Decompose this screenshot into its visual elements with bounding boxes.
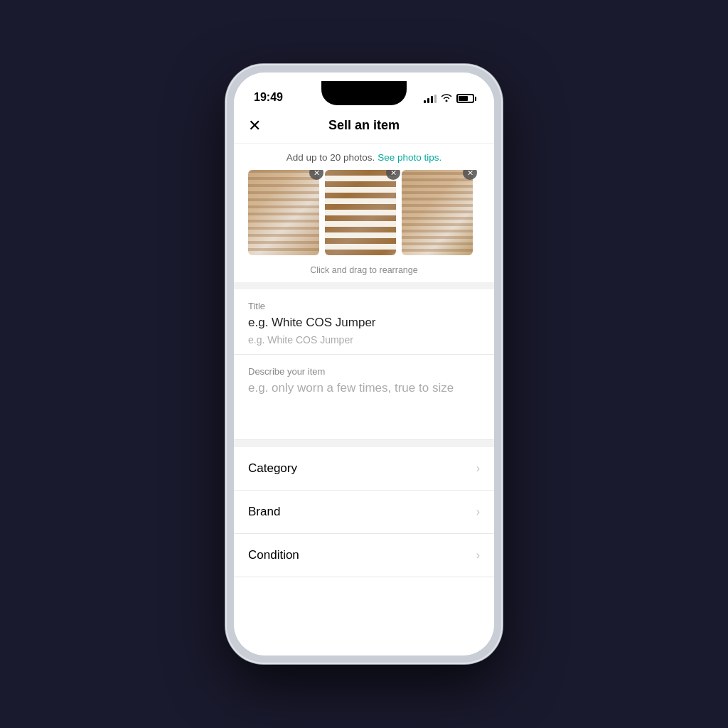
photo-remove-1[interactable]: ✕ [309,170,323,180]
photo-item-1: ✕ [248,170,319,255]
photo-thumbnail-1 [248,170,319,255]
category-label: Category [248,461,297,476]
page-header: ✕ Sell an item [234,108,494,144]
close-button[interactable]: ✕ [248,117,261,135]
phone-frame: 19:49 [225,64,503,664]
photo-item-3: ✕ [402,170,473,255]
wifi-icon [441,93,452,104]
signal-icon [424,95,437,103]
description-placeholder: e.g. only worn a few times, true to size [248,381,454,395]
brand-label: Brand [248,505,280,519]
brand-chevron-icon: › [476,505,480,518]
phone-screen: 19:49 [234,73,494,655]
see-photo-tips-link[interactable]: See photo tips. [378,152,441,163]
photo-remove-3[interactable]: ✕ [463,170,477,180]
condition-row[interactable]: Condition › [234,534,494,577]
category-row[interactable]: Category › [234,447,494,491]
photos-hint-text: Add up to 20 photos. [287,152,375,163]
description-label: Describe your item [248,366,480,377]
condition-chevron-icon: › [476,549,480,562]
photos-row: ✕ ✕ ✕ [234,170,494,262]
condition-label: Condition [248,548,299,562]
title-label: Title [248,301,480,311]
section-divider-2 [234,440,494,447]
notch [321,81,407,105]
title-field-group[interactable]: Title e.g. White COS Jumper e.g. White C… [234,289,494,355]
photo-item-2: ✕ [325,170,396,255]
status-time: 19:49 [254,91,283,104]
title-placeholder: e.g. White COS Jumper [248,334,480,346]
category-chevron-icon: › [476,462,480,475]
description-field-group[interactable]: Describe your item e.g. only worn a few … [234,355,494,440]
battery-icon [456,94,474,103]
page-title: Sell an item [328,118,400,133]
drag-hint: Click and drag to rearrange [234,262,494,282]
photo-remove-2[interactable]: ✕ [386,170,400,180]
brand-row[interactable]: Brand › [234,491,494,534]
status-icons [424,93,474,104]
section-divider-1 [234,282,494,289]
photos-hint: Add up to 20 photos. See photo tips. [234,144,494,170]
photo-thumbnail-2 [325,170,396,255]
app-content: ✕ Sell an item Add up to 20 photos. See … [234,108,494,655]
photo-thumbnail-3 [402,170,473,255]
title-value[interactable]: e.g. White COS Jumper [248,316,480,330]
